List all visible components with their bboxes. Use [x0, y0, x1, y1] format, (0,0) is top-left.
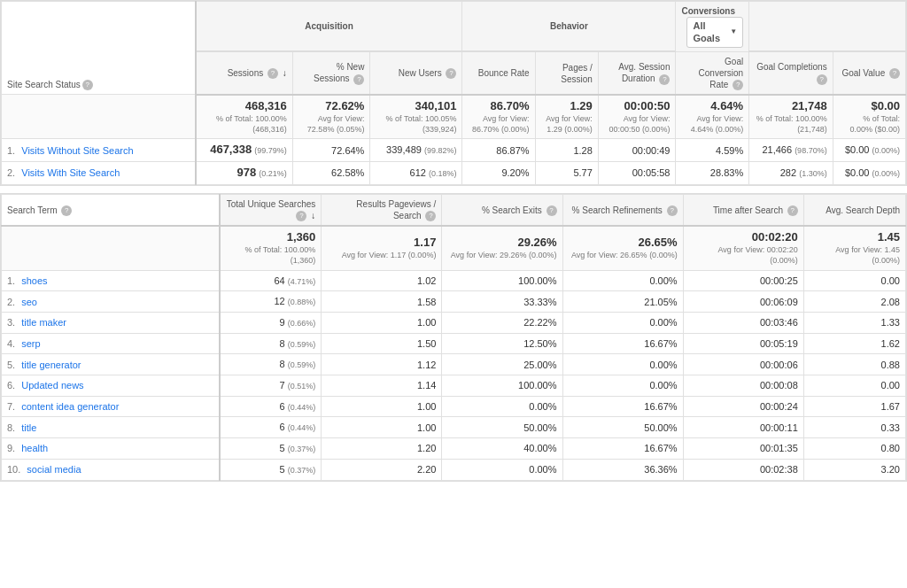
site-search-status-info-icon[interactable]: ? — [82, 80, 93, 90]
site-search-status-header: Site Search Status ? — [7, 79, 190, 90]
summary-pct-search-exits: 29.26% Avg for View: 29.26% (0.00%) — [442, 226, 562, 270]
search-term-link[interactable]: title — [21, 422, 36, 433]
total-unique-searches-sort-icon[interactable]: ↓ — [311, 210, 315, 221]
table-row: 4. serp 8 (0.59%) 1.50 12.50% 16.67% 00:… — [2, 333, 906, 354]
summary-pct-search-refinements: 26.65% Avg for View: 26.65% (0.00%) — [562, 226, 683, 270]
new-users-info-icon[interactable]: ? — [446, 68, 456, 79]
table-row: 1. Visits Without Site Search 467,338 (9… — [2, 139, 906, 162]
summary-new-users: 340,101 % of Total: 100.05% (339,924) — [370, 95, 462, 139]
search-term-link[interactable]: title maker — [21, 317, 66, 328]
summary-pct-new-sessions: 72.62% Avg for View: 72.58% (0.05%) — [292, 95, 370, 139]
summary-goal-conversion-rate: 4.64% Avg for View: 4.64% (0.00%) — [676, 95, 749, 139]
table-row: 9. health 5 (0.37%) 1.20 40.00% 16.67% 0… — [2, 438, 906, 460]
summary-bounce-rate: 86.70% Avg for View: 86.70% (0.00%) — [462, 95, 535, 139]
pct-search-refinements-col-header: % Search Refinements ? — [562, 195, 683, 227]
table-row: 6. Updated news 7 (0.51%) 1.14 100.00% 0… — [2, 375, 906, 397]
avg-session-duration-info-icon[interactable]: ? — [659, 74, 670, 85]
table-row: 10. social media 5 (0.37%) 2.20 0.00% 36… — [2, 459, 906, 480]
table-row: 7. content idea generator 6 (0.44%) 1.00… — [2, 396, 906, 417]
avg-search-depth-col-header: Avg. Search Depth — [803, 195, 905, 227]
table-row: 5. title generator 8 (0.59%) 1.12 25.00%… — [2, 354, 906, 375]
table-row: 8. title 6 (0.44%) 1.00 50.00% 50.00% 00… — [2, 417, 906, 438]
pct-search-exits-col-header: % Search Exits ? — [442, 195, 562, 227]
search-term-link[interactable]: content idea generator — [21, 401, 119, 412]
search-term-link[interactable]: title generator — [21, 360, 81, 370]
acquisition-group-header: Acquisition — [196, 2, 462, 52]
new-users-col-header: New Users ? — [370, 51, 462, 95]
goal-completions-col-header: Goal Completions ? — [749, 51, 833, 95]
search-term-link[interactable]: Updated news — [21, 380, 83, 391]
row-link[interactable]: Visits Without Site Search — [21, 145, 133, 156]
pct-search-exits-info-icon[interactable]: ? — [547, 205, 557, 216]
search-term-info-icon[interactable]: ? — [61, 205, 72, 216]
results-pageviews-info-icon[interactable]: ? — [425, 211, 436, 221]
goal-conversion-rate-info-icon[interactable]: ? — [733, 80, 743, 90]
summary-avg-session-duration: 00:00:50 Avg for View: 00:00:50 (0.00%) — [598, 95, 676, 139]
results-pageviews-col-header: Results Pageviews / Search ? — [322, 195, 442, 227]
search-term-link[interactable]: shoes — [21, 275, 47, 286]
bounce-rate-col-header: Bounce Rate — [462, 51, 535, 95]
sessions-col-header: Sessions ? ↓ — [196, 51, 293, 95]
row-link[interactable]: Visits With Site Search — [21, 167, 120, 178]
dropdown-chevron-icon: ▼ — [730, 27, 737, 36]
top-summary-row: 468,316 % of Total: 100.00% (468,316) 72… — [2, 95, 906, 139]
table-row: 2. Visits With Site Search 978 (0.21%) 6… — [2, 162, 906, 185]
all-goals-dropdown[interactable]: All Goals ▼ — [686, 17, 743, 48]
pages-session-col-header: Pages / Session — [535, 51, 598, 95]
conversions-group-header: Conversions All Goals ▼ — [676, 2, 749, 52]
pct-new-sessions-info-icon[interactable]: ? — [353, 74, 364, 85]
summary-total-unique-searches: 1,360 % of Total: 100.00% (1,360) — [220, 226, 322, 270]
search-term-link[interactable]: seo — [21, 297, 37, 307]
bottom-summary-row: 1,360 % of Total: 100.00% (1,360) 1.17 A… — [2, 226, 906, 270]
goal-value-info-icon[interactable]: ? — [889, 68, 900, 79]
sessions-info-icon[interactable]: ? — [267, 68, 278, 79]
table-row: 1. shoes 64 (4.71%) 1.02 100.00% 0.00% 0… — [2, 270, 906, 291]
bottom-section: Search Term ? Total Unique Searches ? ↓ … — [0, 193, 907, 482]
summary-sessions: 468,316 % of Total: 100.00% (468,316) — [196, 95, 293, 139]
sessions-sort-icon[interactable]: ↓ — [283, 67, 287, 79]
summary-avg-search-depth: 1.45 Avg for View: 1.45 (0.00%) — [803, 226, 905, 270]
table-row: 2. seo 12 (0.88%) 1.58 33.33% 21.05% 00:… — [2, 291, 906, 313]
avg-session-duration-col-header: Avg. Session Duration ? — [598, 51, 676, 95]
time-after-search-info-icon[interactable]: ? — [787, 205, 798, 216]
site-search-status-label: Site Search Status — [7, 79, 81, 90]
conversions-extra-group-header — [749, 2, 906, 52]
goal-value-col-header: Goal Value ? — [833, 51, 905, 95]
summary-pages-session: 1.29 Avg for View: 1.29 (0.00%) — [535, 95, 598, 139]
total-unique-searches-col-header: Total Unique Searches ? ↓ — [220, 195, 322, 227]
goal-conversion-rate-col-header: Goal Conversion Rate ? — [676, 51, 749, 95]
pct-new-sessions-col-header: % New Sessions ? — [292, 51, 370, 95]
total-unique-searches-info-icon[interactable]: ? — [296, 211, 306, 221]
goal-completions-info-icon[interactable]: ? — [817, 74, 827, 85]
summary-time-after-search: 00:02:20 Avg for View: 00:02:20 (0.00%) — [683, 226, 803, 270]
summary-results-pageviews: 1.17 Avg for View: 1.17 (0.00%) — [322, 226, 442, 270]
search-term-link[interactable]: health — [21, 443, 48, 453]
search-term-col-header: Search Term ? — [2, 195, 220, 227]
summary-goal-value: $0.00 % of Total: 0.00% ($0.00) — [833, 95, 905, 139]
behavior-group-header: Behavior — [462, 2, 676, 52]
search-term-link[interactable]: serp — [21, 338, 40, 349]
time-after-search-col-header: Time after Search ? — [683, 195, 803, 227]
top-section: Site Search Status ? Acquisition Behavio… — [0, 0, 907, 186]
main-container: Site Search Status ? Acquisition Behavio… — [0, 0, 907, 482]
table-row: 3. title maker 9 (0.66%) 1.00 22.22% 0.0… — [2, 313, 906, 334]
summary-goal-completions: 21,748 % of Total: 100.00% (21,748) — [749, 95, 833, 139]
pct-search-refinements-info-icon[interactable]: ? — [667, 205, 678, 216]
search-term-link[interactable]: social media — [27, 464, 81, 475]
